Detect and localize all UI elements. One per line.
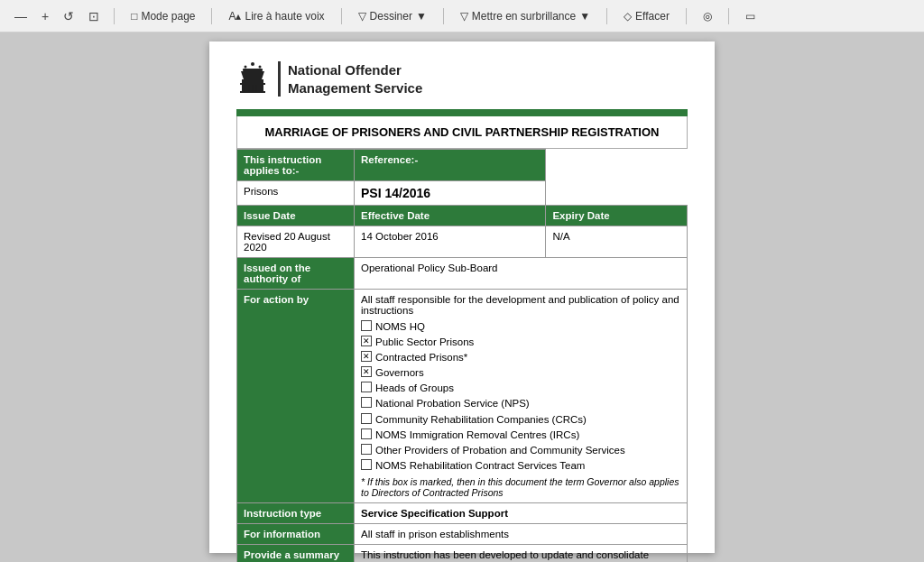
issued-by-label: Issued on the authority of (237, 258, 355, 290)
checkbox-item: NOMS Immigration Removal Centres (IRCs) (361, 428, 680, 442)
checked-checkbox (361, 336, 372, 346)
instruction-type-row: Instruction type Service Specification S… (237, 502, 688, 523)
read-aloud-button[interactable]: A▴ Lire à haute voix (223, 8, 329, 24)
divider-6 (686, 8, 687, 24)
checkbox-label: Contracted Prisons* (375, 350, 467, 364)
unchecked-checkbox (361, 459, 372, 470)
svg-point-2 (259, 66, 262, 69)
for-information-value: All staff in prison establishments (355, 523, 688, 544)
checkbox-item: NOMS Rehabilitation Contract Services Te… (361, 458, 680, 473)
read-aloud-icon: A▴ (228, 10, 241, 23)
divider-5 (606, 8, 607, 24)
summary-row: Provide a summary of the policy aim and … (237, 544, 688, 562)
unchecked-checkbox (361, 397, 372, 408)
applies-reference-header-row: This instruction applies to:- Reference:… (237, 150, 688, 181)
dates-header-row: Issue Date Effective Date Expiry Date (237, 206, 688, 226)
minimize-button[interactable]: — (11, 7, 31, 25)
for-action-content: All staff responsible for the developmen… (355, 290, 688, 503)
highlight-chevron: ▼ (579, 10, 590, 23)
page-wrapper: National OffenderManagement Service MARR… (0, 32, 924, 562)
svg-point-0 (251, 62, 254, 66)
erase-icon: ◇ (624, 10, 632, 23)
mode-page-button[interactable]: □ Mode page (125, 8, 200, 24)
checkbox-item: Governors (361, 365, 680, 380)
refresh-button[interactable]: ↺ (60, 7, 78, 25)
org-name: National OffenderManagement Service (278, 61, 422, 97)
draw-button[interactable]: ▽ Dessiner ▼ (353, 8, 432, 24)
info-table: This instruction applies to:- Reference:… (236, 149, 688, 562)
for-action-intro: All staff responsible for the developmen… (361, 294, 679, 316)
checkbox-label: Heads of Groups (375, 381, 454, 395)
crown-crest (236, 60, 269, 96)
divider-1 (114, 8, 115, 24)
reference-label-cell: Reference:- (355, 150, 546, 181)
unchecked-checkbox (361, 444, 372, 455)
doc-header: National OffenderManagement Service (236, 60, 688, 97)
checkbox-list: NOMS HQPublic Sector PrisonsContracted P… (361, 319, 680, 473)
checkbox-label: Community Rehabilitation Companies (CRCs… (375, 412, 587, 427)
green-header-bar (236, 109, 688, 116)
for-information-row: For information All staff in prison esta… (237, 523, 688, 544)
applies-reference-value-row: Prisons PSI 14/2016 (237, 181, 688, 206)
document: National OffenderManagement Service MARR… (209, 41, 715, 553)
checkbox-label: NOMS Immigration Removal Centres (IRCs) (375, 428, 579, 442)
summary-value: This instruction has been developed to u… (355, 544, 688, 562)
highlight-icon: ▽ (460, 10, 468, 23)
draw-label: Dessiner (370, 10, 412, 23)
applies-to-value-cell: Prisons (237, 181, 355, 206)
unchecked-checkbox (361, 382, 372, 392)
checkbox-item: Community Rehabilitation Companies (CRCs… (361, 412, 680, 427)
for-action-row: For action by All staff responsible for … (237, 290, 688, 503)
read-aloud-label: Lire à haute voix (245, 10, 325, 23)
title-box: MARRIAGE OF PRISONERS AND CIVIL PARTNERS… (236, 116, 688, 149)
checkbox-item: Public Sector Prisons (361, 335, 680, 349)
checkbox-footnote: * If this box is marked, then in this do… (361, 476, 680, 498)
extra-btn-1[interactable]: ◎ (698, 8, 717, 24)
checkbox-label: NOMS HQ (375, 319, 425, 334)
for-information-label: For information (237, 523, 355, 544)
issue-date-value: Revised 20 August 2020 (237, 226, 355, 258)
dates-value-row: Revised 20 August 2020 14 October 2016 N… (237, 226, 688, 258)
unchecked-checkbox (361, 413, 372, 424)
unchecked-checkbox (361, 428, 372, 439)
highlight-button[interactable]: ▽ Mettre en surbrillance ▼ (455, 8, 596, 24)
checked-checkbox (361, 351, 372, 362)
checked-checkbox (361, 366, 372, 377)
highlight-label: Mettre en surbrillance (472, 10, 576, 23)
issued-by-value: Operational Policy Sub-Board (355, 258, 688, 290)
reference-value-cell: PSI 14/2016 (355, 181, 546, 206)
divider-2 (211, 8, 212, 24)
divider-3 (341, 8, 342, 24)
svg-rect-4 (242, 79, 263, 83)
checkbox-label: Other Providers of Probation and Communi… (375, 443, 625, 457)
for-action-label: For action by (237, 290, 355, 503)
checkbox-item: Contracted Prisons* (361, 350, 680, 364)
issued-by-row: Issued on the authority of Operational P… (237, 258, 688, 290)
fit-page-button[interactable]: ⊡ (85, 7, 103, 25)
checkbox-label: Public Sector Prisons (375, 335, 474, 349)
unchecked-checkbox (361, 320, 372, 331)
summary-label: Provide a summary of the policy aim and … (237, 544, 355, 562)
checkbox-item: National Probation Service (NPS) (361, 396, 680, 410)
restore-button[interactable]: + (38, 7, 52, 25)
doc-title: MARRIAGE OF PRISONERS AND CIVIL PARTNERS… (265, 125, 660, 139)
checkbox-label: National Probation Service (NPS) (375, 396, 530, 410)
mode-page-icon: □ (131, 10, 137, 23)
checkbox-item: Heads of Groups (361, 381, 680, 395)
checkbox-item: Other Providers of Probation and Communi… (361, 443, 680, 457)
draw-icon: ▽ (358, 10, 366, 23)
mode-page-label: Mode page (141, 10, 195, 23)
svg-rect-5 (240, 83, 265, 85)
erase-button[interactable]: ◇ Effacer (618, 8, 675, 24)
instruction-type-label: Instruction type (237, 502, 355, 523)
svg-point-1 (245, 66, 247, 69)
expiry-date-label: Expiry Date (546, 206, 688, 226)
erase-label: Effacer (635, 10, 670, 23)
issue-date-label: Issue Date (237, 206, 355, 226)
instruction-type-value: Service Specification Support (355, 502, 688, 523)
extra-btn-2[interactable]: ▭ (740, 8, 761, 24)
applies-to-label-cell: This instruction applies to:- (237, 150, 355, 181)
svg-rect-3 (243, 69, 263, 71)
browser-toolbar: — + ↺ ⊡ □ Mode page A▴ Lire à haute voix… (0, 0, 924, 32)
draw-chevron: ▼ (416, 10, 427, 23)
